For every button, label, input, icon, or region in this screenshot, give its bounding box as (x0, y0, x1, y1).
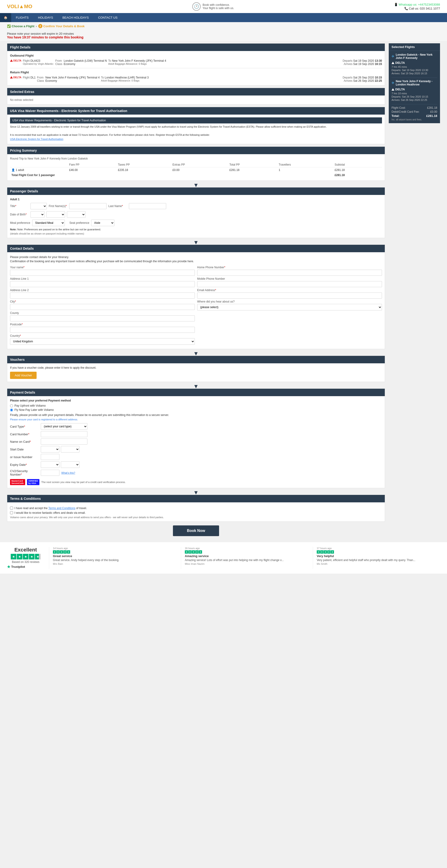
terms-checkbox1[interactable] (10, 506, 13, 509)
col-fare: Fare PP (68, 162, 117, 167)
meal-select[interactable]: Standard Meal Vegetarian Kosher (32, 220, 65, 226)
badge-line2: Your flight is safe with us. (203, 6, 234, 10)
home-phone-input[interactable] (197, 270, 382, 276)
terms-link[interactable]: Terms and Conditions (48, 506, 75, 510)
heard-select[interactable]: (please select) (197, 304, 382, 310)
name-on-card-input[interactable] (41, 438, 87, 444)
terms-check1[interactable]: I have read and accept the Terms and Con… (10, 506, 382, 510)
return-flight-info: Flight DL1 (23, 76, 36, 79)
address1-input[interactable] (10, 281, 195, 287)
sidebar-flight1-departs: Departs: Sat 19 Sep 2020 13:30 (391, 69, 437, 71)
pricing-panel: Pricing Summary Round Trip to New York J… (7, 147, 385, 181)
passport-hint: (details should be as shown on passport … (10, 232, 382, 235)
book-now-button[interactable]: Book Now (173, 525, 219, 536)
preference-note: Note: Note: Preferences are passed on to… (10, 228, 382, 231)
visa-badge: VERIFIEDby VISA (27, 479, 40, 485)
country-select[interactable]: United Kingdom United States (10, 338, 195, 345)
name-on-card-label: Name on Card* (10, 440, 38, 443)
city-input[interactable] (10, 304, 195, 310)
trustpilot-stars: ★ ★ ★ ★ ★ (7, 554, 44, 559)
name-row: Title* MrMrsMissMs First Name(s)* Last N… (10, 203, 382, 209)
dob-day[interactable] (31, 211, 44, 218)
dob-year[interactable] (67, 211, 86, 218)
contact-nav-item[interactable]: CONTACT US (93, 13, 122, 22)
card-type-select[interactable]: (select your card type) (41, 423, 87, 430)
email-field: Email Address* (197, 288, 382, 299)
add-voucher-button[interactable]: Add Voucher (10, 372, 37, 379)
issue-number-input[interactable] (41, 454, 59, 460)
beach-holidays-nav-item[interactable]: BEACH HOLIDAYS (58, 13, 93, 22)
flight-cost-row: Flight Cost: £281.18 (391, 106, 437, 110)
pay-upfront-radio[interactable] (10, 404, 13, 407)
main-layout: Flight Details Outbound Flight DELTA Fli… (0, 41, 447, 542)
sidebar-flight2-arrives: Arrives: Sat 26 Sep 2020 22:25 (391, 98, 437, 101)
mobile-phone-input[interactable] (197, 281, 382, 287)
email-input[interactable] (197, 292, 382, 299)
address2-input[interactable] (10, 292, 195, 299)
sidebar-flight1: ✈ London Gatwick - New York John F Kenne… (391, 53, 437, 75)
payment-header: Payment Details (7, 389, 385, 396)
col-extras: Extras PP (171, 162, 228, 167)
payment-body: Please select your preferred Payment met… (7, 396, 385, 488)
your-name-field: Your name* (10, 266, 195, 276)
county-field: County (10, 311, 195, 321)
address2-field: Address Line 2 (10, 288, 195, 299)
review1-stars: ★★★★★ (53, 550, 176, 554)
fly-now-radio[interactable] (10, 408, 13, 411)
esta-link[interactable]: USA Electronic System for Travel Authori… (10, 137, 63, 141)
terms-panel: Terms & Conditions I have read and accep… (7, 495, 385, 522)
vouchers-header: Vouchers (7, 356, 385, 363)
cvv-input[interactable] (41, 470, 59, 476)
sidebar-flight2: ✈ New York John F Kennedy - London Heath… (391, 80, 437, 101)
seat-select[interactable]: Aisle Window Middle (91, 220, 114, 226)
start-date-year[interactable] (61, 446, 80, 453)
return-class-info: From Class (37, 76, 44, 83)
last-name-input[interactable] (129, 203, 166, 209)
flight-details-body: Outbound Flight DELTA Flight DL4423 Oper… (7, 51, 385, 85)
pay-upfront-option[interactable]: Pay Upfront with Voliamo (10, 404, 382, 407)
sidebar-flight2-airline: DELTA (395, 88, 405, 91)
extras-panel: Selected Extras No extras selected (7, 88, 385, 104)
postcode-input[interactable] (10, 327, 195, 333)
outbound-class-info: From Class (55, 59, 62, 66)
review2-text: Amazing service! Lots of effort was put … (185, 558, 308, 562)
first-name-input[interactable] (69, 203, 107, 209)
return-title: Return Flight (10, 70, 382, 74)
card-number-input[interactable] (41, 431, 87, 437)
fly-now-option[interactable]: Fly Now Pay Later with Voliamo (10, 408, 382, 411)
alert-secure[interactable]: Please ensure your card is registered to… (10, 418, 382, 421)
holidays-nav-item[interactable]: HOLIDAYS (33, 13, 58, 22)
cvv-link[interactable]: What's this? (61, 471, 75, 474)
breadcrumb-step2: 2 Confirm Your Details & Book (38, 24, 85, 28)
terms-check2[interactable]: I would like to receive fantastic offers… (10, 511, 382, 515)
meal-label: Meal preference (10, 221, 30, 224)
visa-body: USA Visa Waiver Requirements - Electroni… (7, 115, 385, 144)
review-card-3: 17 hours ago ★★★★★ Very helpful Very pat… (313, 547, 440, 569)
card-type-label: Card Type* (10, 425, 38, 428)
flight-details-panel: Flight Details Outbound Flight DELTA Fli… (7, 43, 385, 86)
county-input[interactable] (10, 315, 195, 321)
expiry-year[interactable] (61, 461, 80, 468)
home-nav-item[interactable]: 🏠 (0, 13, 11, 22)
visa-text: Since 12 January 2009 all travellers wis… (10, 125, 382, 141)
your-name-input[interactable] (10, 270, 195, 276)
flights-nav-item[interactable]: FLIGHTS (11, 13, 33, 22)
expiry-month[interactable] (41, 461, 59, 468)
terms-checkbox2[interactable] (10, 511, 13, 514)
country-field: Country* United Kingdom United States (10, 334, 195, 345)
start-date-month[interactable] (41, 446, 59, 453)
dob-month[interactable] (47, 211, 65, 218)
review3-title: Very helpful (317, 554, 440, 558)
postcode-field: Postcode* (10, 323, 195, 333)
review1-title: Great service (53, 554, 176, 558)
book-now-section: Book Now (7, 525, 385, 536)
contact-info: 📱 Whatsapp us: +447523453088 📞 Call us: … (394, 2, 440, 11)
review2-time: 16 hours ago (185, 547, 308, 550)
last-name-label: Last Name* (108, 205, 127, 208)
return-route-info: New York John F Kennedy (JFK) Terminal 4… (46, 76, 100, 83)
payment-form: Card Type* (select your card type) Card … (10, 423, 382, 476)
outbound-to-info: To New York John F Kennedy (JFK) Termina… (108, 59, 341, 65)
title-select[interactable]: MrMrsMissMs (31, 203, 47, 209)
cvv-label: CV2/Security Number* (10, 469, 38, 476)
extras-body: No extras selected (7, 95, 385, 104)
